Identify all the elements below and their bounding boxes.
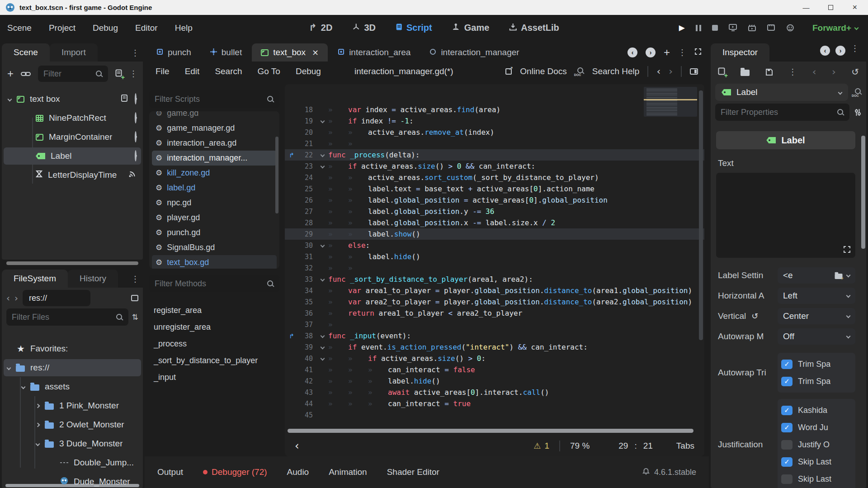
pause-button[interactable] [696, 25, 701, 31]
signal-connection-icon[interactable] [128, 170, 137, 180]
code-line-39[interactable]: 39»if event.is_action_pressed("interact"… [285, 341, 704, 353]
checkbox[interactable] [781, 440, 793, 450]
tab-next-button[interactable]: › [646, 47, 656, 57]
code-line-27[interactable]: 27»»label.global_position.y -= 36 [285, 206, 704, 217]
line-number[interactable]: 40 [298, 355, 316, 363]
code-editor[interactable]: 18»var index = active_areas.find(area)19… [285, 84, 704, 456]
script-item-text-box-gd[interactable]: ⚙text_box.gd [152, 255, 277, 269]
code-line-30[interactable]: 30»else: [285, 240, 704, 251]
menu-help[interactable]: Help [175, 23, 193, 33]
code-line-28[interactable]: 28»»label.global_position.x -= label.siz… [285, 217, 704, 228]
code-line-43[interactable]: 43»»»await active_areas[0].interact.call… [285, 387, 704, 398]
fold-toggle[interactable] [316, 165, 328, 168]
script-list-scrollbar[interactable] [275, 137, 278, 213]
workspace-script[interactable]: Script [396, 23, 432, 33]
bottom-tab-animation[interactable]: Animation [329, 467, 367, 477]
search-help-button[interactable]: Search Help [592, 66, 640, 76]
code-line-18[interactable]: 18»var index = active_areas.find(area) [285, 104, 704, 115]
code-line-23[interactable]: 23»if active_areas.size() > 0 && can_int… [285, 161, 704, 172]
code-line-32[interactable]: 32»» [285, 262, 704, 274]
dock-menu-dots[interactable]: ⋮ [131, 49, 143, 57]
code-line-29[interactable]: 29»»label.show() [285, 228, 704, 240]
property-dropdown[interactable]: Left [778, 288, 855, 304]
workspace-3d[interactable]: 3D [352, 23, 376, 33]
nav-back-button[interactable]: ‹ [6, 294, 10, 303]
script-tab-text-box[interactable]: text_box× [252, 43, 328, 62]
property-dropdown[interactable]: Off [778, 328, 855, 345]
code-v-scrollbar[interactable] [699, 90, 703, 340]
visibility-toggle[interactable] [135, 151, 137, 161]
fold-toggle[interactable] [316, 334, 328, 337]
tab-history[interactable]: History [68, 270, 118, 288]
code-line-36[interactable]: 36»return area1_to_player < area2_to_pla… [285, 308, 704, 319]
method-item-process[interactable]: _process [154, 336, 275, 352]
code-line-25[interactable]: 25»»label.text = base_text + active_area… [285, 183, 704, 194]
fs-row-res[interactable]: res:// [2, 358, 143, 377]
dock-splitter[interactable] [6, 261, 138, 265]
checkbox[interactable]: ✓ [781, 406, 793, 415]
fs-row-2-owlet-monster[interactable]: 2 Owlet_Monster [2, 415, 143, 434]
script-menu-file[interactable]: File [156, 66, 170, 76]
file-filter-input[interactable] [12, 313, 113, 322]
history-icon[interactable]: ↺ [851, 67, 859, 76]
code-line-35[interactable]: 35»var area2_to_player = player.global_p… [285, 296, 704, 308]
script-menu-dots[interactable]: ⋮ [678, 48, 686, 57]
code-minimap[interactable] [644, 87, 697, 117]
add-node-button[interactable]: + [7, 68, 14, 79]
property-resource[interactable]: <e⚡ [778, 267, 855, 284]
script-tab-interaction-manager[interactable]: interaction_manager [420, 43, 528, 62]
line-number[interactable]: 21 [298, 140, 316, 148]
tab-import[interactable]: Import [50, 43, 98, 62]
menu-editor[interactable]: Editor [135, 23, 158, 33]
script-item-label-gd[interactable]: ⚙label.gd [152, 180, 277, 195]
script-menu-edit[interactable]: Edit [185, 66, 200, 76]
fs-row-favorites[interactable]: ★Favorites: [2, 339, 143, 358]
code-line-42[interactable]: 42»»»label.hide() [285, 375, 704, 387]
script-item-player-gd[interactable]: ⚙player.gd [152, 210, 277, 225]
bottom-tab-audio[interactable]: Audio [287, 467, 309, 477]
line-number[interactable]: 39 [298, 343, 316, 351]
code-line-21[interactable]: 21»» [285, 138, 704, 149]
split-view-button[interactable] [131, 295, 138, 301]
window-close-button[interactable]: × [852, 3, 857, 12]
filter-scripts-input[interactable] [155, 95, 264, 104]
new-script-button[interactable]: + [664, 47, 670, 58]
play-button[interactable]: ▶ [679, 24, 685, 32]
instance-scene-button[interactable] [21, 71, 31, 77]
workspace-game[interactable]: Game [452, 23, 490, 33]
code-line-34[interactable]: 34»var area1_to_player = player.global_p… [285, 285, 704, 296]
script-item-interaction-area-gd[interactable]: ⚙interaction_area.gd [152, 136, 277, 151]
window-minimize-button[interactable]: — [802, 4, 809, 11]
inspector-scrollbar[interactable] [861, 136, 865, 249]
workspace-assetlib[interactable]: AssetLib [509, 23, 559, 33]
scene-menu-dots[interactable]: ⋮ [129, 70, 137, 78]
scene-tree-row-label[interactable]: Label [2, 147, 143, 166]
tab-prev-button[interactable]: ‹ [627, 47, 637, 57]
stop-button[interactable] [712, 25, 718, 31]
line-number[interactable]: 37 [298, 321, 316, 329]
line-number[interactable]: 27 [298, 208, 316, 216]
code-line-31[interactable]: 31»»label.hide() [285, 251, 704, 262]
tab-filesystem[interactable]: FileSystem [2, 270, 68, 288]
code-h-scrollbar[interactable] [288, 429, 693, 433]
fullscreen-toggle-icon[interactable] [694, 48, 702, 57]
script-menu-debug[interactable]: Debug [296, 66, 321, 76]
attach-script-button[interactable]: + [115, 69, 122, 79]
code-line-24[interactable]: 24»»active_areas.sort_custom(_sort_by_di… [285, 172, 704, 183]
line-number[interactable]: 45 [298, 411, 316, 419]
line-number[interactable]: 42 [298, 377, 316, 385]
code-line-22[interactable]: ↱22func _process(delta): [285, 149, 704, 161]
filter-methods-input[interactable] [155, 279, 264, 289]
method-item-register-area[interactable]: register_area [154, 302, 275, 319]
line-number[interactable]: 36 [298, 309, 316, 317]
fs-row-double-jump[interactable]: Double_Jump... [2, 453, 143, 472]
property-dropdown[interactable]: Center [778, 308, 855, 324]
script-item-kill-zone-gd[interactable]: ⚙kill_zone.gd [152, 166, 277, 180]
line-number[interactable]: 35 [298, 298, 316, 306]
property-tools-icon[interactable] [854, 109, 862, 116]
open-script-button[interactable] [121, 94, 127, 104]
visibility-toggle[interactable] [135, 132, 137, 142]
visibility-toggle[interactable] [135, 113, 137, 123]
dock-menu-dots[interactable]: ⋮ [131, 275, 143, 283]
line-number[interactable]: 44 [298, 400, 316, 408]
